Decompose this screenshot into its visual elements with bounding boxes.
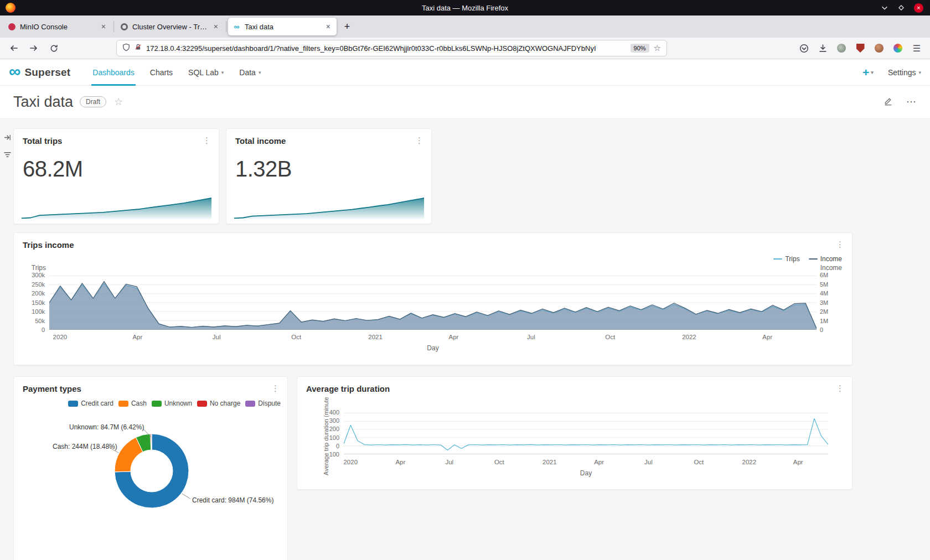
axis-tick-label: 2021 <box>368 334 383 340</box>
reload-button[interactable] <box>45 40 62 56</box>
card-average-trip-duration: Average trip duration ⋮ Average trip dur… <box>297 376 852 490</box>
new-item-button[interactable]: + ▾ <box>862 66 874 79</box>
axis-tick-label: 2M <box>820 309 828 315</box>
axis-tick-label: -100 <box>327 452 339 458</box>
axis-tick-label: Apr <box>395 459 405 465</box>
window-close-button[interactable]: × <box>914 3 923 13</box>
card-trips-income: Trips income ⋮ TripsIncome Trips Income … <box>13 232 852 365</box>
legend-item[interactable]: Cash <box>118 400 147 407</box>
nav-label: SQL Lab <box>188 68 219 77</box>
favorite-star-icon[interactable]: ☆ <box>114 96 123 108</box>
nav-dashboards[interactable]: Dashboards <box>85 59 142 86</box>
settings-menu[interactable]: Settings ▾ <box>888 68 921 77</box>
card-payment-types: Payment types ⋮ Credit cardCashUnknownNo… <box>13 376 288 560</box>
filter-icon[interactable] <box>3 151 12 161</box>
left-axis-ticks: 300k250k200k150k100k50k0 <box>14 272 45 333</box>
legend-swatch <box>118 401 128 407</box>
payment-types-donut-chart[interactable] <box>107 427 196 515</box>
tab-close-icon[interactable]: × <box>325 22 332 32</box>
tracking-shield-icon[interactable] <box>122 43 130 54</box>
dashboard-more-menu-icon[interactable]: ⋯ <box>906 96 917 108</box>
trino-favicon <box>121 23 128 30</box>
chart-kebab-menu-icon[interactable]: ⋮ <box>271 384 280 392</box>
left-axis-title: Trips <box>14 264 46 272</box>
axis-tick-label: 200k <box>32 291 45 297</box>
url-bar[interactable]: 172.18.0.4:32295/superset/dashboard/1/?n… <box>116 40 667 56</box>
axis-tick-label: 2022 <box>742 459 757 465</box>
tab-trino[interactable]: Cluster Overview - Trino × <box>116 18 224 35</box>
axis-tick-label: Apr <box>594 459 604 465</box>
axis-tick-label: Apr <box>448 334 458 340</box>
caret-down-icon: ▾ <box>221 70 224 75</box>
window-titlebar[interactable]: Taxi data — Mozilla Firefox × <box>0 0 930 15</box>
legend-swatch <box>773 258 782 260</box>
x-axis-ticks: 2020AprJulOct2021AprJulOct2022Apr <box>49 334 817 341</box>
card-title: Payment types <box>23 384 81 393</box>
card-title: Total income <box>235 136 286 146</box>
trips-income-chart[interactable] <box>49 276 817 330</box>
legend-item[interactable]: Credit card <box>68 400 113 407</box>
back-button[interactable] <box>6 40 22 56</box>
zoom-level-badge[interactable]: 90% <box>631 44 649 53</box>
ublock-origin-icon[interactable] <box>852 40 868 56</box>
window-minimize-icon[interactable] <box>881 4 888 12</box>
pocket-icon[interactable] <box>796 40 812 56</box>
card-title: Total trips <box>23 136 62 146</box>
tab-minio-console[interactable]: MinIO Console × <box>3 18 112 35</box>
axis-tick-label: 250k <box>32 282 45 288</box>
axis-tick-label: 0 <box>336 443 339 449</box>
forward-button[interactable] <box>25 40 42 56</box>
donut-label-cash: Cash: 244M (18.48%) <box>53 443 117 450</box>
legend-item[interactable]: Trips <box>773 255 799 263</box>
edit-dashboard-icon[interactable] <box>884 96 893 108</box>
new-tab-button[interactable]: + <box>339 18 355 35</box>
expand-filter-bar-icon[interactable] <box>3 133 12 144</box>
axis-tick-label: 50k <box>35 318 45 324</box>
caret-down-icon: ▾ <box>871 70 874 75</box>
legend-item[interactable]: No charge <box>197 400 240 407</box>
legend-item[interactable]: Unknown <box>152 400 192 407</box>
card-total-income: Total income ⋮ 1.32B <box>226 128 432 224</box>
firefox-window: Taxi data — Mozilla Firefox × MinIO Cons… <box>0 0 930 560</box>
axis-tick-label: Oct <box>694 459 704 465</box>
legend-label: No charge <box>210 400 240 407</box>
chart-kebab-menu-icon[interactable]: ⋮ <box>203 136 211 144</box>
chart-kebab-menu-icon[interactable]: ⋮ <box>836 240 844 248</box>
legend-item[interactable]: Dispute <box>245 400 281 407</box>
url-text[interactable]: 172.18.0.4:32295/superset/dashboard/1/?n… <box>146 44 626 53</box>
extension-pinwheel-icon[interactable] <box>890 40 906 56</box>
downloads-icon[interactable] <box>815 40 830 56</box>
axis-tick-label: Jul <box>213 334 221 340</box>
tab-taxi-data-active[interactable]: ∞ Taxi data × <box>228 18 337 35</box>
chart-kebab-menu-icon[interactable]: ⋮ <box>836 384 844 392</box>
average-trip-duration-chart[interactable] <box>344 413 828 454</box>
tab-close-icon[interactable]: × <box>100 22 107 32</box>
nav-data[interactable]: Data ▾ <box>231 59 268 86</box>
total-trips-sparkline[interactable] <box>22 196 211 219</box>
extension-icon[interactable] <box>834 40 849 56</box>
dashboard-header: Taxi data Draft ☆ ⋯ <box>0 86 930 118</box>
nav-charts[interactable]: Charts <box>142 59 180 86</box>
plus-icon: + <box>862 66 869 79</box>
tab-label: Cluster Overview - Trino <box>132 23 208 31</box>
axis-tick-label: 0 <box>42 327 45 333</box>
bookmark-star-icon[interactable]: ☆ <box>654 43 661 53</box>
window-maximize-icon[interactable] <box>897 4 905 12</box>
profile-avatar-icon[interactable] <box>871 40 887 56</box>
dashboard-body: Total trips ⋮ 68.2M Total income ⋮ 1.32B <box>0 118 930 560</box>
page-title: Taxi data <box>13 94 73 111</box>
axis-tick-label: 2022 <box>682 334 696 340</box>
nav-sql-lab[interactable]: SQL Lab ▾ <box>180 59 231 86</box>
connection-lock-icon[interactable] <box>135 43 142 53</box>
chart-kebab-menu-icon[interactable]: ⋮ <box>415 136 423 144</box>
legend-item[interactable]: Income <box>809 255 842 263</box>
legend-label: Unknown <box>164 400 192 407</box>
x-axis-ticks: 2020AprJulOct2021AprJulOct2022Apr <box>344 459 828 466</box>
tab-close-icon[interactable]: × <box>213 22 219 32</box>
total-trips-value: 68.2M <box>23 157 219 182</box>
axis-tick-label: 3M <box>820 300 828 306</box>
superset-logo[interactable]: ∞ Superset <box>9 65 70 80</box>
donut-slice-dispute[interactable] <box>151 434 152 450</box>
menu-hamburger-icon[interactable]: ☰ <box>909 40 924 56</box>
total-income-sparkline[interactable] <box>234 196 424 219</box>
